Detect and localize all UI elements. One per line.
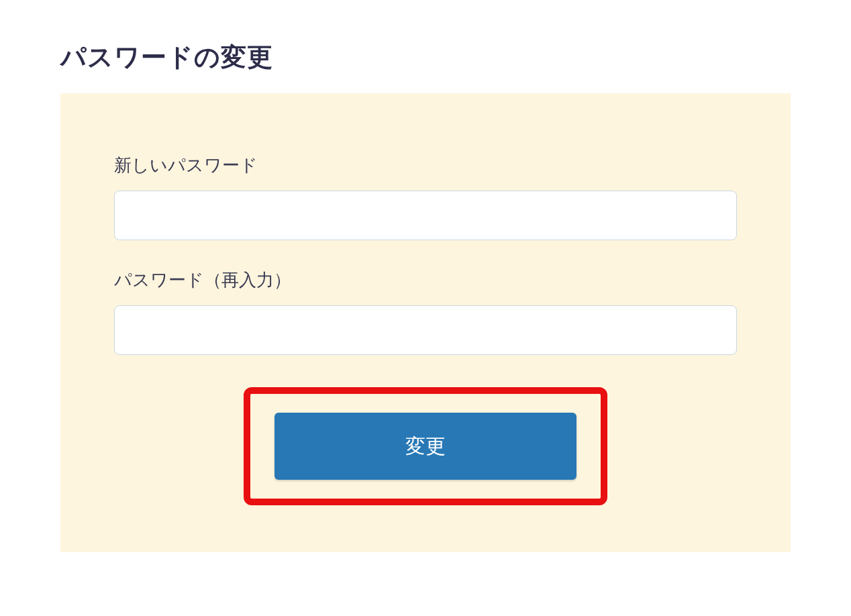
submit-button[interactable]: 変更 [274, 413, 577, 480]
button-wrapper: 変更 [114, 387, 737, 505]
confirm-password-group: パスワード（再入力） [114, 268, 737, 355]
confirm-password-input[interactable] [114, 305, 737, 355]
confirm-password-label: パスワード（再入力） [114, 268, 737, 292]
new-password-input[interactable] [114, 191, 737, 240]
new-password-group: 新しいパスワード [114, 154, 737, 240]
button-highlight-box: 変更 [244, 387, 607, 505]
password-change-panel: 新しいパスワード パスワード（再入力） 変更 [60, 93, 791, 552]
new-password-label: 新しいパスワード [114, 154, 737, 177]
page-title: パスワードの変更 [60, 40, 791, 74]
